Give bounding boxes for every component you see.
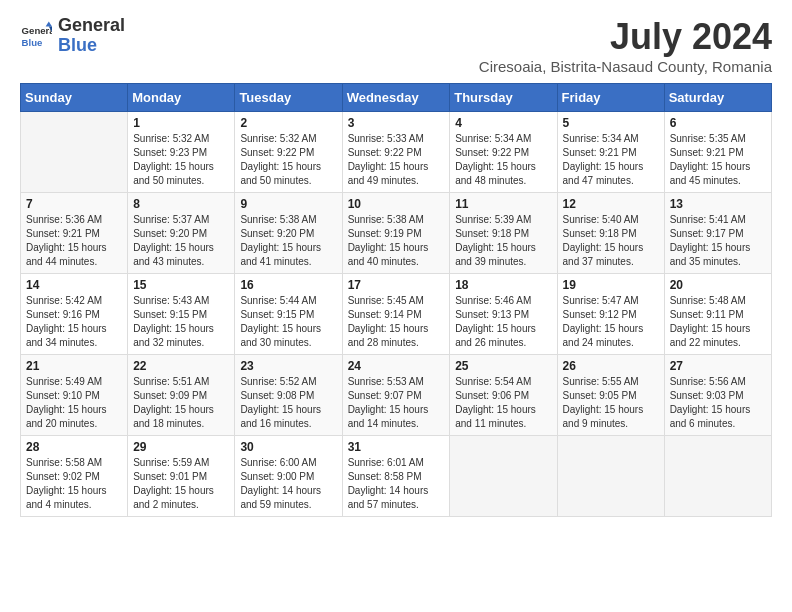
day-info: Sunrise: 5:58 AM Sunset: 9:02 PM Dayligh… <box>26 456 122 512</box>
day-number: 17 <box>348 278 445 292</box>
day-number: 29 <box>133 440 229 454</box>
day-number: 26 <box>563 359 659 373</box>
day-info: Sunrise: 5:41 AM Sunset: 9:17 PM Dayligh… <box>670 213 766 269</box>
day-number: 24 <box>348 359 445 373</box>
day-info: Sunrise: 5:54 AM Sunset: 9:06 PM Dayligh… <box>455 375 551 431</box>
day-info: Sunrise: 5:51 AM Sunset: 9:09 PM Dayligh… <box>133 375 229 431</box>
calendar-cell: 4Sunrise: 5:34 AM Sunset: 9:22 PM Daylig… <box>450 112 557 193</box>
day-number: 19 <box>563 278 659 292</box>
calendar-cell: 25Sunrise: 5:54 AM Sunset: 9:06 PM Dayli… <box>450 355 557 436</box>
day-info: Sunrise: 5:56 AM Sunset: 9:03 PM Dayligh… <box>670 375 766 431</box>
calendar-week-row: 28Sunrise: 5:58 AM Sunset: 9:02 PM Dayli… <box>21 436 772 517</box>
calendar-cell: 19Sunrise: 5:47 AM Sunset: 9:12 PM Dayli… <box>557 274 664 355</box>
day-info: Sunrise: 5:53 AM Sunset: 9:07 PM Dayligh… <box>348 375 445 431</box>
day-info: Sunrise: 5:34 AM Sunset: 9:22 PM Dayligh… <box>455 132 551 188</box>
calendar-header-tuesday: Tuesday <box>235 84 342 112</box>
logo-wordmark: General Blue <box>58 16 125 56</box>
day-info: Sunrise: 5:32 AM Sunset: 9:22 PM Dayligh… <box>240 132 336 188</box>
day-number: 2 <box>240 116 336 130</box>
calendar-week-row: 7Sunrise: 5:36 AM Sunset: 9:21 PM Daylig… <box>21 193 772 274</box>
day-info: Sunrise: 5:52 AM Sunset: 9:08 PM Dayligh… <box>240 375 336 431</box>
day-info: Sunrise: 5:33 AM Sunset: 9:22 PM Dayligh… <box>348 132 445 188</box>
calendar-cell: 13Sunrise: 5:41 AM Sunset: 9:17 PM Dayli… <box>664 193 771 274</box>
day-number: 18 <box>455 278 551 292</box>
logo-icon: General Blue <box>20 20 52 52</box>
calendar-cell: 31Sunrise: 6:01 AM Sunset: 8:58 PM Dayli… <box>342 436 450 517</box>
day-number: 21 <box>26 359 122 373</box>
calendar-cell: 16Sunrise: 5:44 AM Sunset: 9:15 PM Dayli… <box>235 274 342 355</box>
day-info: Sunrise: 5:43 AM Sunset: 9:15 PM Dayligh… <box>133 294 229 350</box>
svg-marker-2 <box>46 21 52 26</box>
calendar-cell: 15Sunrise: 5:43 AM Sunset: 9:15 PM Dayli… <box>128 274 235 355</box>
day-number: 6 <box>670 116 766 130</box>
header: General Blue General Blue July 2024 Cire… <box>20 16 772 75</box>
day-number: 3 <box>348 116 445 130</box>
day-info: Sunrise: 5:37 AM Sunset: 9:20 PM Dayligh… <box>133 213 229 269</box>
calendar-week-row: 21Sunrise: 5:49 AM Sunset: 9:10 PM Dayli… <box>21 355 772 436</box>
day-info: Sunrise: 5:55 AM Sunset: 9:05 PM Dayligh… <box>563 375 659 431</box>
day-number: 7 <box>26 197 122 211</box>
calendar-cell: 30Sunrise: 6:00 AM Sunset: 9:00 PM Dayli… <box>235 436 342 517</box>
day-info: Sunrise: 5:40 AM Sunset: 9:18 PM Dayligh… <box>563 213 659 269</box>
calendar-cell: 9Sunrise: 5:38 AM Sunset: 9:20 PM Daylig… <box>235 193 342 274</box>
calendar-header-sunday: Sunday <box>21 84 128 112</box>
day-info: Sunrise: 5:46 AM Sunset: 9:13 PM Dayligh… <box>455 294 551 350</box>
day-info: Sunrise: 5:34 AM Sunset: 9:21 PM Dayligh… <box>563 132 659 188</box>
day-number: 4 <box>455 116 551 130</box>
calendar-cell: 11Sunrise: 5:39 AM Sunset: 9:18 PM Dayli… <box>450 193 557 274</box>
calendar-header-thursday: Thursday <box>450 84 557 112</box>
day-number: 20 <box>670 278 766 292</box>
calendar-cell: 10Sunrise: 5:38 AM Sunset: 9:19 PM Dayli… <box>342 193 450 274</box>
day-number: 10 <box>348 197 445 211</box>
day-number: 9 <box>240 197 336 211</box>
calendar-week-row: 14Sunrise: 5:42 AM Sunset: 9:16 PM Dayli… <box>21 274 772 355</box>
calendar-cell: 24Sunrise: 5:53 AM Sunset: 9:07 PM Dayli… <box>342 355 450 436</box>
calendar-cell <box>557 436 664 517</box>
day-number: 5 <box>563 116 659 130</box>
day-number: 30 <box>240 440 336 454</box>
day-number: 14 <box>26 278 122 292</box>
day-number: 8 <box>133 197 229 211</box>
title-area: July 2024 Ciresoaia, Bistrita-Nasaud Cou… <box>479 16 772 75</box>
day-number: 22 <box>133 359 229 373</box>
calendar-cell: 28Sunrise: 5:58 AM Sunset: 9:02 PM Dayli… <box>21 436 128 517</box>
calendar-cell: 20Sunrise: 5:48 AM Sunset: 9:11 PM Dayli… <box>664 274 771 355</box>
calendar-week-row: 1Sunrise: 5:32 AM Sunset: 9:23 PM Daylig… <box>21 112 772 193</box>
calendar-cell: 23Sunrise: 5:52 AM Sunset: 9:08 PM Dayli… <box>235 355 342 436</box>
calendar-cell: 7Sunrise: 5:36 AM Sunset: 9:21 PM Daylig… <box>21 193 128 274</box>
calendar-cell: 1Sunrise: 5:32 AM Sunset: 9:23 PM Daylig… <box>128 112 235 193</box>
logo-general-text: General <box>58 15 125 35</box>
day-number: 12 <box>563 197 659 211</box>
day-number: 23 <box>240 359 336 373</box>
location-subtitle: Ciresoaia, Bistrita-Nasaud County, Roman… <box>479 58 772 75</box>
calendar-header-saturday: Saturday <box>664 84 771 112</box>
calendar-header-friday: Friday <box>557 84 664 112</box>
calendar-header-row: SundayMondayTuesdayWednesdayThursdayFrid… <box>21 84 772 112</box>
calendar-cell: 14Sunrise: 5:42 AM Sunset: 9:16 PM Dayli… <box>21 274 128 355</box>
calendar-cell <box>450 436 557 517</box>
month-title: July 2024 <box>479 16 772 58</box>
day-info: Sunrise: 5:48 AM Sunset: 9:11 PM Dayligh… <box>670 294 766 350</box>
calendar-cell: 21Sunrise: 5:49 AM Sunset: 9:10 PM Dayli… <box>21 355 128 436</box>
day-info: Sunrise: 5:42 AM Sunset: 9:16 PM Dayligh… <box>26 294 122 350</box>
logo: General Blue General Blue <box>20 16 125 56</box>
svg-text:Blue: Blue <box>22 36 43 47</box>
day-number: 31 <box>348 440 445 454</box>
day-number: 28 <box>26 440 122 454</box>
calendar-cell: 22Sunrise: 5:51 AM Sunset: 9:09 PM Dayli… <box>128 355 235 436</box>
calendar-cell: 29Sunrise: 5:59 AM Sunset: 9:01 PM Dayli… <box>128 436 235 517</box>
calendar-table: SundayMondayTuesdayWednesdayThursdayFrid… <box>20 83 772 517</box>
day-number: 27 <box>670 359 766 373</box>
calendar-cell: 8Sunrise: 5:37 AM Sunset: 9:20 PM Daylig… <box>128 193 235 274</box>
calendar-cell <box>664 436 771 517</box>
calendar-header-wednesday: Wednesday <box>342 84 450 112</box>
day-info: Sunrise: 5:35 AM Sunset: 9:21 PM Dayligh… <box>670 132 766 188</box>
day-info: Sunrise: 6:01 AM Sunset: 8:58 PM Dayligh… <box>348 456 445 512</box>
day-info: Sunrise: 5:36 AM Sunset: 9:21 PM Dayligh… <box>26 213 122 269</box>
logo-blue-text: Blue <box>58 35 97 55</box>
day-info: Sunrise: 5:45 AM Sunset: 9:14 PM Dayligh… <box>348 294 445 350</box>
day-number: 11 <box>455 197 551 211</box>
day-number: 1 <box>133 116 229 130</box>
calendar-cell: 12Sunrise: 5:40 AM Sunset: 9:18 PM Dayli… <box>557 193 664 274</box>
calendar-cell: 26Sunrise: 5:55 AM Sunset: 9:05 PM Dayli… <box>557 355 664 436</box>
